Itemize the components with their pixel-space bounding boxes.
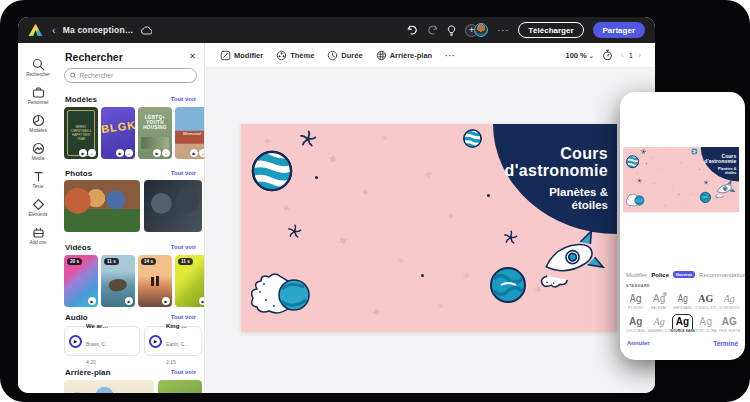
font-option[interactable]: AG STENCIL STD	[694, 292, 717, 315]
search-input[interactable]	[79, 72, 191, 79]
font-option-selected[interactable]: Ag SOURCE SANS	[671, 315, 694, 338]
play-badge[interactable]: ▶	[153, 149, 161, 157]
background-thumbnail[interactable]	[158, 380, 202, 393]
tab-font[interactable]: Police	[651, 272, 669, 278]
tab-recommendations[interactable]: Recommandations	[699, 272, 745, 278]
swirl-star-icon[interactable]	[637, 178, 642, 183]
add-badge[interactable]: +	[199, 149, 205, 157]
play-badge[interactable]: ▶	[116, 149, 124, 157]
striped-ball-icon[interactable]	[691, 149, 697, 155]
add-badge[interactable]: +	[162, 149, 170, 157]
design-title[interactable]: Coursd'astronomie	[505, 146, 608, 180]
template-thumbnail[interactable]: MERRY CHRISTMAS & HAPPY NEW YEAR ▶ +	[64, 107, 98, 159]
design-canvas[interactable]: ✦ ✦ ✦ ✦ ✦ ✦ ✦ ✦ ✦ ✦ ✦ ✦ ✦ ✦ ✦	[241, 124, 617, 332]
undo-button[interactable]	[407, 25, 418, 35]
briefcase-icon	[32, 86, 45, 99]
next-page-button[interactable]: ›	[638, 50, 641, 60]
timer-icon[interactable]	[602, 49, 613, 61]
zoom-control[interactable]: 100 %⌄	[566, 51, 594, 60]
wavy-planet-icon[interactable]	[489, 266, 527, 304]
rocket-icon[interactable]	[533, 230, 607, 288]
tab-modify[interactable]: Modifier	[626, 272, 647, 278]
video-thumbnail[interactable]: 11 s ▶	[175, 255, 205, 307]
video-badge[interactable]: ▶	[162, 297, 170, 305]
comet-planet-icon[interactable]	[249, 270, 315, 316]
comet-planet-icon[interactable]	[625, 193, 645, 207]
design-title[interactable]: Coursd'astronomie	[704, 154, 736, 164]
photo-thumbnail[interactable]	[144, 180, 202, 232]
swirl-star-icon[interactable]	[287, 224, 302, 239]
photo-thumbnail[interactable]	[64, 180, 140, 232]
sidebar-item-media[interactable]: Média	[18, 137, 58, 165]
font-option[interactable]: Ag STORYBOOK	[718, 292, 741, 315]
back-chevron-icon[interactable]: ‹	[52, 25, 56, 36]
font-option[interactable]: Ag QUICKSAND	[624, 315, 647, 338]
avatar[interactable]	[474, 23, 488, 37]
audio-card[interactable]: ▶ King … Earth, C… 2:15	[144, 326, 202, 356]
phone-canvas-preview[interactable]: ✦ ✦ ✦ ✦ ✦ ✦ ✦ ✦ ✦ ✦ ✦ ✦ ✦ ✦ ✦	[623, 147, 740, 213]
font-option[interactable]: Ag PT MONO	[624, 292, 647, 315]
video-badge[interactable]: ▶	[88, 297, 96, 305]
striped-planet-icon[interactable]	[626, 155, 639, 168]
sidebar-item-elements[interactable]: Éléments	[18, 193, 58, 221]
striped-ball-icon[interactable]	[463, 129, 482, 148]
background-button[interactable]: Arrière-plan	[376, 50, 433, 61]
see-all-templates-link[interactable]: Tout voir	[171, 96, 196, 102]
modify-button[interactable]: Modifier	[220, 50, 263, 61]
download-button[interactable]: Télécharger	[518, 22, 583, 38]
video-badge[interactable]: ▶	[125, 297, 133, 305]
striped-planet-icon[interactable]	[251, 150, 293, 192]
font-option[interactable]: Ag STINT ULTRA	[694, 315, 717, 338]
sidebar-item-addons[interactable]: Add ons	[18, 221, 58, 249]
cancel-button[interactable]: Annuler	[627, 340, 650, 347]
rocket-icon[interactable]	[713, 180, 736, 198]
swirl-star-icon[interactable]	[299, 130, 317, 148]
design-subtitle[interactable]: Planètes &étoiles	[549, 186, 608, 212]
template-thumbnail[interactable]: Memorial ▶ +	[175, 107, 205, 159]
design-canvas[interactable]: ✦ ✦ ✦ ✦ ✦ ✦ ✦ ✦ ✦ ✦ ✦ ✦ ✦ ✦ ✦	[623, 147, 739, 212]
redo-button[interactable]	[427, 25, 438, 35]
sidebar-item-templates[interactable]: Modèles	[18, 109, 58, 137]
tips-lightbulb-icon[interactable]	[447, 25, 456, 36]
video-thumbnail[interactable]: 11 s ▶	[101, 255, 135, 307]
search-box[interactable]	[64, 68, 197, 83]
swirl-star-icon[interactable]	[704, 180, 709, 185]
add-badge[interactable]: +	[88, 149, 96, 157]
play-badge[interactable]: ▶	[190, 149, 198, 157]
document-title[interactable]: Ma conception…	[63, 25, 134, 35]
design-subtitle[interactable]: Planètes &étoiles	[718, 166, 736, 174]
video-badge[interactable]: ▶	[199, 297, 205, 305]
swirl-star-icon[interactable]	[503, 230, 518, 245]
template-thumbnail[interactable]: BLGK ▶ +	[101, 107, 135, 159]
sidebar-item-personal[interactable]: Personnel	[18, 81, 58, 109]
close-icon[interactable]: ✕	[189, 51, 196, 61]
font-option[interactable]: Ag RALEWAY	[647, 292, 670, 315]
see-all-photos-link[interactable]: Tout voir	[171, 170, 196, 176]
prev-page-button[interactable]: ‹	[621, 50, 624, 60]
share-button[interactable]: Partager	[593, 22, 645, 38]
toolbar-more-button[interactable]: ···	[445, 51, 456, 60]
wavy-planet-icon[interactable]	[700, 191, 712, 203]
template-thumbnail[interactable]: LGBTQ+ YOUTH HOUSING ▶ +	[138, 107, 172, 159]
see-all-background-link[interactable]: Tout voir	[171, 369, 196, 375]
theme-button[interactable]: Thème	[276, 50, 314, 61]
font-option[interactable]: Ag SHRIKHAND	[671, 292, 694, 315]
video-thumbnail[interactable]: 20 s ▶	[64, 255, 98, 307]
sidebar-item-text[interactable]: Texte	[18, 165, 58, 193]
add-badge[interactable]: +	[125, 149, 133, 157]
font-option[interactable]: AG TRUE NORTH	[718, 315, 741, 338]
audio-card[interactable]: ▶ We ar… Brass, C… 4:20	[64, 326, 140, 356]
duration-button[interactable]: Durée	[327, 50, 362, 61]
adobe-express-logo-icon[interactable]	[28, 23, 43, 37]
done-button[interactable]: Terminé	[713, 340, 738, 347]
play-button[interactable]: ▶	[149, 335, 162, 348]
background-thumbnail[interactable]	[64, 380, 154, 393]
more-options-button[interactable]: ···	[497, 25, 509, 35]
play-badge[interactable]: ▶	[79, 149, 87, 157]
sidebar-item-search[interactable]: Rechercher	[18, 53, 58, 81]
font-option[interactable]: Ag SEAWEED SCR	[647, 315, 670, 338]
swirl-star-icon[interactable]	[641, 149, 647, 155]
see-all-videos-link[interactable]: Tout voir	[171, 244, 196, 250]
play-button[interactable]: ▶	[69, 335, 82, 348]
video-thumbnail[interactable]: 14 s ▶	[138, 255, 172, 307]
